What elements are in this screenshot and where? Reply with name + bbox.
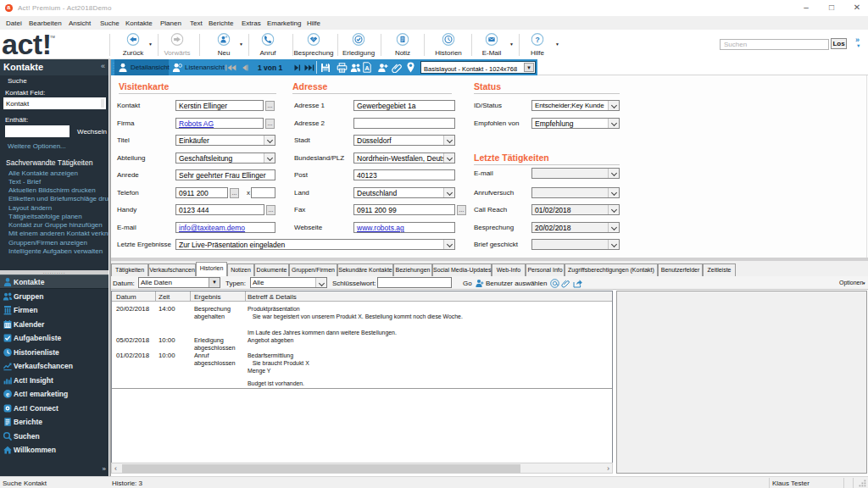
svg-text:?: ? [535, 36, 539, 44]
svg-text:e: e [6, 391, 9, 398]
svg-text:A: A [364, 64, 370, 72]
